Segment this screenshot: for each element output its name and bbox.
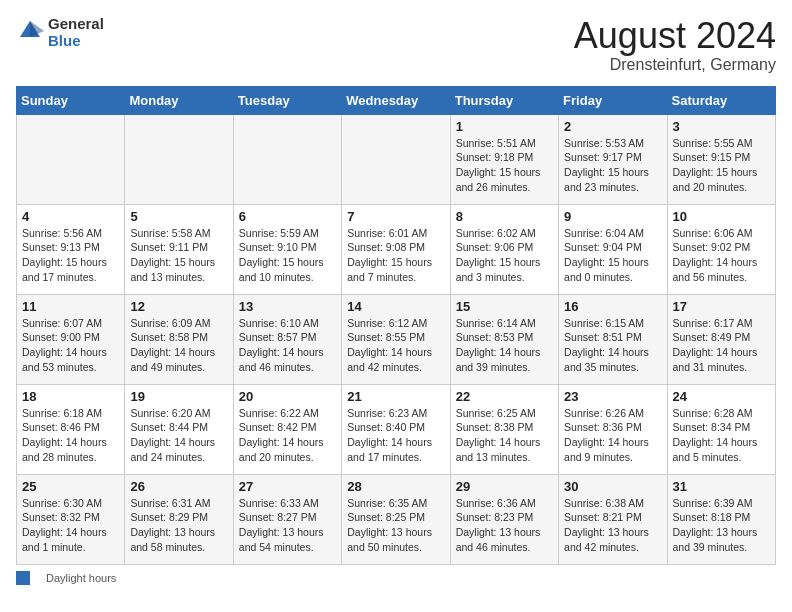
- calendar-cell: 2Sunrise: 5:53 AM Sunset: 9:17 PM Daylig…: [559, 114, 667, 204]
- day-number: 20: [239, 389, 336, 404]
- day-number: 14: [347, 299, 444, 314]
- day-info: Sunrise: 6:20 AM Sunset: 8:44 PM Dayligh…: [130, 406, 227, 465]
- calendar-cell: 24Sunrise: 6:28 AM Sunset: 8:34 PM Dayli…: [667, 384, 775, 474]
- day-number: 4: [22, 209, 119, 224]
- page-subtitle: Drensteinfurt, Germany: [574, 56, 776, 74]
- calendar-cell: 17Sunrise: 6:17 AM Sunset: 8:49 PM Dayli…: [667, 294, 775, 384]
- calendar-cell: 28Sunrise: 6:35 AM Sunset: 8:25 PM Dayli…: [342, 474, 450, 564]
- logo-blue: Blue: [48, 33, 104, 50]
- day-number: 24: [673, 389, 770, 404]
- day-info: Sunrise: 6:38 AM Sunset: 8:21 PM Dayligh…: [564, 496, 661, 555]
- daylight-color-box: [16, 571, 30, 585]
- calendar-week-row: 4Sunrise: 5:56 AM Sunset: 9:13 PM Daylig…: [17, 204, 776, 294]
- day-number: 2: [564, 119, 661, 134]
- day-info: Sunrise: 6:36 AM Sunset: 8:23 PM Dayligh…: [456, 496, 553, 555]
- calendar-cell: 15Sunrise: 6:14 AM Sunset: 8:53 PM Dayli…: [450, 294, 558, 384]
- calendar-cell: 21Sunrise: 6:23 AM Sunset: 8:40 PM Dayli…: [342, 384, 450, 474]
- day-number: 30: [564, 479, 661, 494]
- day-info: Sunrise: 5:53 AM Sunset: 9:17 PM Dayligh…: [564, 136, 661, 195]
- calendar-cell: 30Sunrise: 6:38 AM Sunset: 8:21 PM Dayli…: [559, 474, 667, 564]
- day-info: Sunrise: 6:33 AM Sunset: 8:27 PM Dayligh…: [239, 496, 336, 555]
- day-info: Sunrise: 6:01 AM Sunset: 9:08 PM Dayligh…: [347, 226, 444, 285]
- day-info: Sunrise: 6:28 AM Sunset: 8:34 PM Dayligh…: [673, 406, 770, 465]
- calendar-cell: 19Sunrise: 6:20 AM Sunset: 8:44 PM Dayli…: [125, 384, 233, 474]
- logo-general: General: [48, 16, 104, 33]
- day-number: 25: [22, 479, 119, 494]
- day-info: Sunrise: 6:15 AM Sunset: 8:51 PM Dayligh…: [564, 316, 661, 375]
- day-info: Sunrise: 5:56 AM Sunset: 9:13 PM Dayligh…: [22, 226, 119, 285]
- calendar-week-row: 18Sunrise: 6:18 AM Sunset: 8:46 PM Dayli…: [17, 384, 776, 474]
- day-info: Sunrise: 6:04 AM Sunset: 9:04 PM Dayligh…: [564, 226, 661, 285]
- day-info: Sunrise: 6:35 AM Sunset: 8:25 PM Dayligh…: [347, 496, 444, 555]
- calendar-week-row: 1Sunrise: 5:51 AM Sunset: 9:18 PM Daylig…: [17, 114, 776, 204]
- day-info: Sunrise: 6:31 AM Sunset: 8:29 PM Dayligh…: [130, 496, 227, 555]
- calendar-week-row: 25Sunrise: 6:30 AM Sunset: 8:32 PM Dayli…: [17, 474, 776, 564]
- page-title: August 2024: [574, 16, 776, 56]
- daylight-label: Daylight hours: [46, 572, 116, 584]
- calendar-cell: 13Sunrise: 6:10 AM Sunset: 8:57 PM Dayli…: [233, 294, 341, 384]
- day-number: 6: [239, 209, 336, 224]
- calendar-cell: 4Sunrise: 5:56 AM Sunset: 9:13 PM Daylig…: [17, 204, 125, 294]
- day-number: 15: [456, 299, 553, 314]
- day-info: Sunrise: 5:55 AM Sunset: 9:15 PM Dayligh…: [673, 136, 770, 195]
- day-info: Sunrise: 5:59 AM Sunset: 9:10 PM Dayligh…: [239, 226, 336, 285]
- day-of-week-tuesday: Tuesday: [233, 86, 341, 114]
- calendar-cell: 14Sunrise: 6:12 AM Sunset: 8:55 PM Dayli…: [342, 294, 450, 384]
- calendar-cell: [342, 114, 450, 204]
- day-number: 12: [130, 299, 227, 314]
- calendar-cell: 5Sunrise: 5:58 AM Sunset: 9:11 PM Daylig…: [125, 204, 233, 294]
- calendar-cell: 31Sunrise: 6:39 AM Sunset: 8:18 PM Dayli…: [667, 474, 775, 564]
- day-info: Sunrise: 6:17 AM Sunset: 8:49 PM Dayligh…: [673, 316, 770, 375]
- day-number: 5: [130, 209, 227, 224]
- calendar-cell: [125, 114, 233, 204]
- calendar-cell: 22Sunrise: 6:25 AM Sunset: 8:38 PM Dayli…: [450, 384, 558, 474]
- page-header: General Blue August 2024 Drensteinfurt, …: [16, 16, 776, 74]
- day-number: 18: [22, 389, 119, 404]
- day-number: 23: [564, 389, 661, 404]
- footer-note: Daylight hours: [16, 571, 776, 585]
- day-number: 1: [456, 119, 553, 134]
- calendar-cell: 12Sunrise: 6:09 AM Sunset: 8:58 PM Dayli…: [125, 294, 233, 384]
- logo-icon: [16, 17, 44, 49]
- day-info: Sunrise: 6:26 AM Sunset: 8:36 PM Dayligh…: [564, 406, 661, 465]
- calendar-cell: 25Sunrise: 6:30 AM Sunset: 8:32 PM Dayli…: [17, 474, 125, 564]
- calendar-cell: [233, 114, 341, 204]
- calendar-cell: 1Sunrise: 5:51 AM Sunset: 9:18 PM Daylig…: [450, 114, 558, 204]
- day-info: Sunrise: 6:25 AM Sunset: 8:38 PM Dayligh…: [456, 406, 553, 465]
- day-number: 26: [130, 479, 227, 494]
- calendar-cell: 29Sunrise: 6:36 AM Sunset: 8:23 PM Dayli…: [450, 474, 558, 564]
- calendar-cell: 10Sunrise: 6:06 AM Sunset: 9:02 PM Dayli…: [667, 204, 775, 294]
- day-of-week-sunday: Sunday: [17, 86, 125, 114]
- day-info: Sunrise: 6:10 AM Sunset: 8:57 PM Dayligh…: [239, 316, 336, 375]
- day-number: 7: [347, 209, 444, 224]
- day-number: 10: [673, 209, 770, 224]
- calendar-cell: 9Sunrise: 6:04 AM Sunset: 9:04 PM Daylig…: [559, 204, 667, 294]
- day-number: 22: [456, 389, 553, 404]
- day-number: 19: [130, 389, 227, 404]
- day-info: Sunrise: 6:22 AM Sunset: 8:42 PM Dayligh…: [239, 406, 336, 465]
- day-number: 13: [239, 299, 336, 314]
- calendar-cell: 16Sunrise: 6:15 AM Sunset: 8:51 PM Dayli…: [559, 294, 667, 384]
- calendar-cell: 7Sunrise: 6:01 AM Sunset: 9:08 PM Daylig…: [342, 204, 450, 294]
- calendar-cell: 26Sunrise: 6:31 AM Sunset: 8:29 PM Dayli…: [125, 474, 233, 564]
- day-number: 21: [347, 389, 444, 404]
- day-number: 8: [456, 209, 553, 224]
- day-number: 29: [456, 479, 553, 494]
- day-info: Sunrise: 6:14 AM Sunset: 8:53 PM Dayligh…: [456, 316, 553, 375]
- calendar-cell: 11Sunrise: 6:07 AM Sunset: 9:00 PM Dayli…: [17, 294, 125, 384]
- calendar-cell: 20Sunrise: 6:22 AM Sunset: 8:42 PM Dayli…: [233, 384, 341, 474]
- day-info: Sunrise: 6:18 AM Sunset: 8:46 PM Dayligh…: [22, 406, 119, 465]
- calendar-cell: 27Sunrise: 6:33 AM Sunset: 8:27 PM Dayli…: [233, 474, 341, 564]
- day-info: Sunrise: 5:58 AM Sunset: 9:11 PM Dayligh…: [130, 226, 227, 285]
- day-info: Sunrise: 6:30 AM Sunset: 8:32 PM Dayligh…: [22, 496, 119, 555]
- calendar-table: SundayMondayTuesdayWednesdayThursdayFrid…: [16, 86, 776, 565]
- calendar-cell: 18Sunrise: 6:18 AM Sunset: 8:46 PM Dayli…: [17, 384, 125, 474]
- day-info: Sunrise: 6:09 AM Sunset: 8:58 PM Dayligh…: [130, 316, 227, 375]
- calendar-cell: 23Sunrise: 6:26 AM Sunset: 8:36 PM Dayli…: [559, 384, 667, 474]
- day-number: 17: [673, 299, 770, 314]
- day-info: Sunrise: 6:07 AM Sunset: 9:00 PM Dayligh…: [22, 316, 119, 375]
- day-info: Sunrise: 6:39 AM Sunset: 8:18 PM Dayligh…: [673, 496, 770, 555]
- day-of-week-saturday: Saturday: [667, 86, 775, 114]
- day-info: Sunrise: 6:12 AM Sunset: 8:55 PM Dayligh…: [347, 316, 444, 375]
- day-of-week-monday: Monday: [125, 86, 233, 114]
